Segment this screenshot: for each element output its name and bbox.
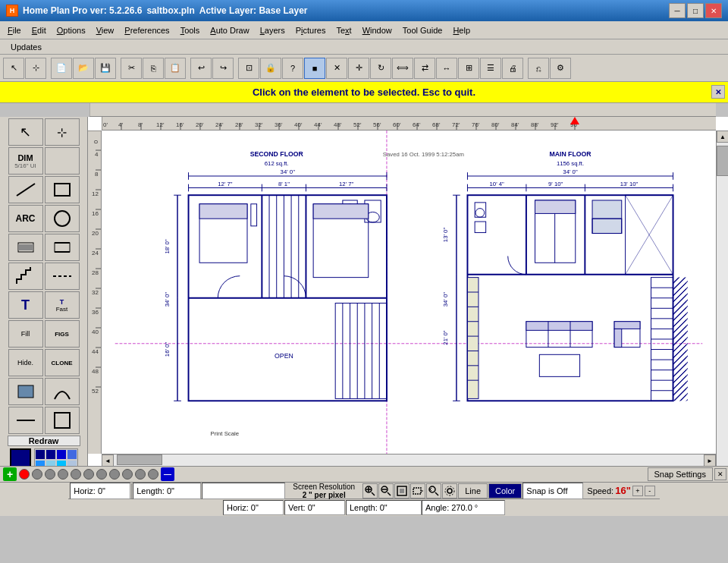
color-mode-btn[interactable]: Color — [488, 483, 522, 499]
lt-fast-text-btn[interactable]: T Fast — [45, 291, 80, 319]
tb-new-btn[interactable]: 📄 — [51, 58, 72, 79]
snap-dot-11[interactable] — [148, 469, 158, 480]
lt-clone-btn[interactable]: CLONE — [45, 349, 80, 376]
line-mode-btn[interactable]: Line — [458, 483, 488, 499]
lt-circle-btn[interactable] — [45, 205, 80, 232]
lt-curve-btn[interactable] — [45, 378, 80, 405]
scroll-left-btn[interactable]: ◄ — [102, 454, 114, 466]
menu-tools[interactable]: Tools — [176, 24, 205, 36]
zoom-fit-btn[interactable] — [394, 483, 410, 499]
menu-file[interactable]: File — [3, 24, 26, 36]
snap-dot-7[interactable] — [96, 469, 107, 480]
menu-options[interactable]: Options — [52, 24, 90, 36]
tb-paste-btn[interactable]: 📋 — [165, 58, 186, 79]
snap-plus-btn[interactable]: + — [3, 467, 17, 481]
speed-up-btn[interactable]: + — [632, 486, 643, 496]
scroll-track-h[interactable] — [114, 454, 704, 466]
redraw-button[interactable]: Redraw — [8, 436, 80, 446]
color-cell-3[interactable] — [56, 449, 67, 460]
close-button[interactable]: ✕ — [705, 3, 722, 18]
menu-auto-draw[interactable]: Auto Draw — [206, 24, 253, 36]
lt-wall-in-btn[interactable] — [8, 234, 43, 261]
zoom-out-btn[interactable] — [378, 483, 394, 499]
lt-hline-btn[interactable] — [8, 407, 43, 434]
tb-print-btn[interactable]: 🖨 — [502, 58, 523, 79]
zoom-rect-btn[interactable] — [410, 483, 425, 499]
color-cell-7[interactable] — [56, 460, 67, 466]
zoom-prev-btn[interactable] — [426, 483, 441, 499]
lt-box-btn[interactable] — [45, 407, 80, 434]
snap-dot-4[interactable] — [58, 469, 68, 480]
lt-hide-btn[interactable]: Hide. — [8, 349, 43, 376]
lt-arrow-btn[interactable]: ↖ — [8, 118, 43, 146]
menu-tool-guide[interactable]: Tool Guide — [398, 24, 447, 36]
color-swatch[interactable] — [10, 448, 31, 466]
color-cell-8[interactable] — [67, 460, 77, 466]
lt-dashed-btn[interactable] — [45, 263, 80, 290]
lt-figs-btn[interactable]: FIGS — [45, 320, 80, 348]
maximize-button[interactable]: □ — [687, 3, 704, 18]
lt-line-btn[interactable] — [8, 176, 43, 203]
snap-dot-5[interactable] — [71, 469, 81, 480]
canvas-area[interactable]: 0' 4' 8' 12' 16' 20' 24' 28' 32' 36' — [88, 117, 728, 466]
menu-text[interactable]: Text — [331, 24, 356, 36]
lt-shade-btn[interactable] — [8, 378, 43, 405]
tb-copy-btn[interactable]: ⎘ — [143, 58, 164, 79]
snap-dot-10[interactable] — [135, 469, 146, 480]
tb-move-btn[interactable]: ✛ — [348, 58, 369, 79]
tb-undo-btn[interactable]: ↩ — [190, 58, 212, 79]
tb-select2-btn[interactable]: ⊡ — [238, 58, 259, 79]
scroll-thumb-v[interactable] — [717, 146, 728, 176]
menu-layers[interactable]: Layers — [256, 24, 290, 36]
menu-pictures[interactable]: Pictures — [291, 24, 331, 36]
snap-dot-6[interactable] — [83, 469, 94, 480]
lt-select-btn[interactable]: ⊹ — [45, 118, 80, 146]
menu-help[interactable]: Help — [448, 24, 475, 36]
tb-arrow-btn[interactable]: ↖ — [3, 58, 24, 79]
tb-layers-btn[interactable]: ☰ — [480, 58, 501, 79]
color-cell-6[interactable] — [46, 460, 56, 466]
tb-undo2-btn[interactable]: ⎌ — [528, 58, 549, 79]
lt-fill-btn[interactable]: Fill — [8, 320, 43, 348]
lt-arc-btn[interactable]: ARC — [8, 205, 43, 232]
lt-rect-btn[interactable] — [45, 176, 80, 203]
color-cell-4[interactable] — [67, 449, 77, 460]
horizontal-scrollbar[interactable]: ◄ ► — [102, 454, 716, 466]
updates-link[interactable]: Updates — [6, 41, 46, 53]
tb-scale-btn[interactable]: ↔ — [436, 58, 457, 79]
snap-dot-1[interactable] — [19, 469, 30, 480]
menu-preferences[interactable]: Preferences — [120, 24, 174, 36]
tb-open-btn[interactable]: 📂 — [73, 58, 94, 79]
speed-down-btn[interactable]: - — [645, 486, 655, 496]
snap-dot-2[interactable] — [32, 469, 42, 480]
color-cell-5[interactable] — [35, 460, 46, 466]
lt-stair-btn[interactable] — [8, 263, 43, 290]
snap-settings-button[interactable]: Snap Settings — [648, 467, 714, 481]
tb-cut-btn[interactable]: ✂ — [121, 58, 142, 79]
scroll-right-btn[interactable]: ► — [704, 454, 716, 466]
snap-dot-3[interactable] — [45, 469, 55, 480]
snap-dot-9[interactable] — [122, 469, 133, 480]
tb-delete-btn[interactable]: ✕ — [326, 58, 347, 79]
menu-view[interactable]: View — [92, 24, 119, 36]
snap-dot-8[interactable] — [109, 469, 120, 480]
drawing-area[interactable]: SECOND FLOOR 612 sq.ft. Saved 16 Oct. 19… — [102, 131, 716, 454]
tb-save-btn[interactable]: 💾 — [95, 58, 116, 79]
tb-flip-btn[interactable]: ⟺ — [392, 58, 413, 79]
tb-lock-btn[interactable]: 🔒 — [260, 58, 281, 79]
color-cell-2[interactable] — [46, 449, 56, 460]
zoom-in-btn[interactable] — [362, 483, 378, 499]
color-cell-1[interactable] — [35, 449, 46, 460]
tb-mirror-btn[interactable]: ⇄ — [414, 58, 435, 79]
scroll-thumb-h[interactable] — [117, 454, 162, 465]
snap-minus-btn[interactable]: ─ — [161, 467, 174, 481]
tb-question-btn[interactable]: ? — [282, 58, 303, 79]
tb-rotate-btn[interactable]: ↻ — [370, 58, 391, 79]
vertical-scrollbar[interactable]: ▲ ▼ — [716, 131, 728, 466]
lt-dim-btn[interactable]: DIM 5/16" UI — [8, 147, 43, 175]
tb-active-btn[interactable]: ■ — [304, 58, 325, 79]
info-close-button[interactable]: ✕ — [711, 85, 725, 99]
tb-grid-btn[interactable]: ⊞ — [458, 58, 479, 79]
menu-window[interactable]: Window — [358, 24, 397, 36]
snap-close-btn[interactable]: ✕ — [714, 468, 726, 480]
